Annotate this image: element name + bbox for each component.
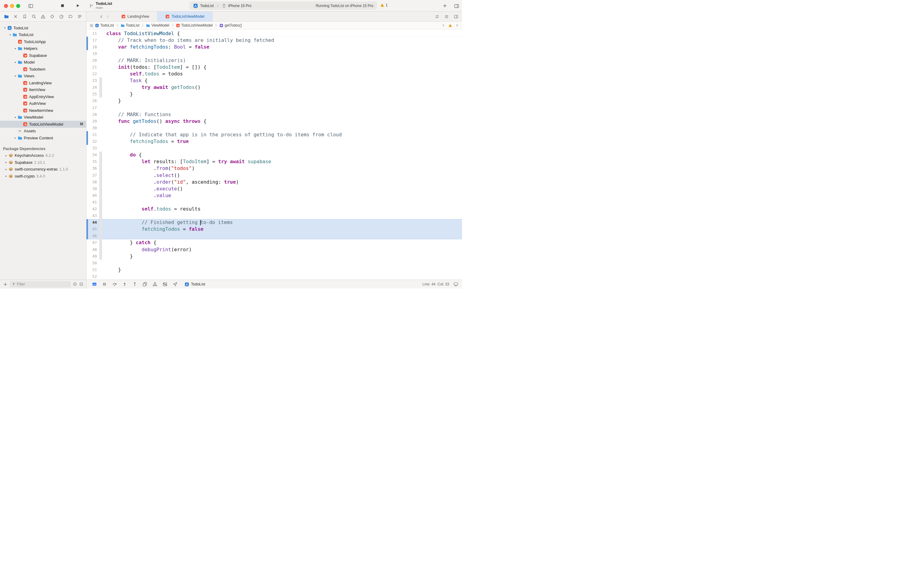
line-number[interactable]: 23 (87, 78, 99, 83)
code-line[interactable]: 26 } (87, 97, 462, 104)
breakpoints-navigator-button[interactable] (67, 13, 74, 20)
code-line[interactable]: 19 (87, 50, 462, 57)
disclosure-triangle[interactable]: ▾ (8, 33, 13, 36)
toggle-debug-area-button[interactable] (92, 282, 97, 287)
sidebar-item-todolistapp[interactable]: TodoListApp (0, 38, 86, 45)
line-number[interactable]: 18 (87, 45, 99, 49)
code-line[interactable]: 48 debugPrint(error) (87, 246, 462, 253)
code-line[interactable]: 46 (87, 232, 462, 239)
code-line[interactable]: 43 (87, 213, 462, 219)
split-editor-button[interactable] (454, 15, 458, 19)
line-number[interactable]: 34 (87, 153, 99, 157)
line-number[interactable]: 28 (87, 112, 99, 117)
line-number[interactable]: 41 (87, 200, 99, 205)
related-editors-button[interactable] (435, 15, 439, 19)
tests-navigator-button[interactable] (48, 13, 56, 20)
tab-todolistviewmodel[interactable]: TodoListViewModel (157, 11, 212, 21)
sidebar-item-todolistviewmodel[interactable]: TodoListViewModelM (0, 121, 86, 128)
jumpbar-item-gettodos[interactable]: MgetTodos() (219, 23, 242, 27)
sidebar-item-helpers[interactable]: ▾Helpers (0, 45, 86, 52)
view-debugger-button[interactable] (142, 282, 147, 287)
line-number[interactable]: 44 (87, 220, 99, 225)
line-number[interactable]: 25 (87, 92, 99, 96)
code-line[interactable]: 47 } catch { (87, 239, 462, 246)
line-number[interactable]: 49 (87, 254, 99, 259)
code-line[interactable]: 45 fetchingTodos = false (87, 226, 462, 232)
sidebar-item-assets[interactable]: Assets (0, 128, 86, 135)
code-line[interactable]: 34 do { (87, 152, 462, 158)
line-number[interactable]: 27 (87, 105, 99, 110)
tab-landingview[interactable]: LandingView (113, 11, 157, 21)
sidebar-item-views[interactable]: ▾Views (0, 73, 86, 80)
source-editor[interactable]: 11class TodoListViewModel {17 // Track w… (87, 29, 462, 280)
code-line[interactable]: 31 // Indicate that app is in the proces… (87, 131, 462, 138)
environment-overrides-button[interactable] (163, 282, 167, 287)
jumpbar-item-todolist[interactable]: TodoList (121, 23, 140, 27)
code-line[interactable]: 24 try await getTodos() (87, 84, 462, 91)
line-number[interactable]: 19 (87, 52, 99, 56)
related-items-button[interactable] (90, 24, 93, 27)
code-line[interactable]: 32 fetchingTodos = true (87, 138, 462, 145)
line-number[interactable]: 33 (87, 146, 99, 150)
code-line[interactable]: 52 (87, 273, 462, 280)
close-button[interactable] (4, 4, 8, 8)
line-number[interactable]: 29 (87, 119, 99, 124)
add-item-button[interactable] (3, 282, 8, 287)
code-line[interactable]: 39 .execute() (87, 185, 462, 192)
package-item-swift-concurrency-extras[interactable]: ▸swift-concurrency-extras1.1.0 (0, 166, 86, 173)
filter-input[interactable] (17, 282, 68, 286)
scm-status-filter-button[interactable] (79, 282, 84, 286)
line-number[interactable]: 32 (87, 139, 99, 143)
issue-warning-button[interactable] (448, 24, 452, 27)
code-line[interactable]: 37 .select() (87, 172, 462, 179)
toggle-right-sidebar-button[interactable] (454, 3, 459, 8)
package-item-supabase[interactable]: ▸Supabase2.10.1 (0, 159, 86, 166)
line-number[interactable]: 46 (87, 234, 99, 238)
activity-viewer[interactable]: TodoList iPhone 15 Pro Running TodoList … (190, 2, 377, 10)
process-chip[interactable]: TodoList (185, 282, 205, 287)
code-line[interactable]: 36 .from("todos") (87, 165, 462, 172)
sidebar-item-authview[interactable]: AuthView (0, 100, 86, 107)
sidebar-item-itemview[interactable]: ItemView (0, 87, 86, 93)
line-number[interactable]: 52 (87, 274, 99, 279)
jumpbar-item-todolistviewmodel[interactable]: TodoListViewModel (176, 23, 212, 27)
line-number[interactable]: 48 (87, 247, 99, 252)
go-back-button[interactable] (99, 15, 103, 19)
line-number[interactable]: 43 (87, 213, 99, 218)
code-line[interactable]: 49 } (87, 253, 462, 259)
next-issue-button[interactable] (455, 24, 459, 27)
code-line[interactable]: 33 (87, 145, 462, 152)
go-forward-button[interactable] (106, 15, 110, 19)
package-item-swift-crypto[interactable]: ▸swift-crypto3.4.0 (0, 172, 86, 180)
sidebar-item-todolist[interactable]: ▾TodoList (0, 31, 86, 39)
code-line[interactable]: 17 // Track when to-do items are initial… (87, 37, 462, 44)
line-number[interactable]: 31 (87, 132, 99, 137)
minimize-button[interactable] (10, 4, 14, 8)
reports-navigator-button[interactable] (76, 13, 84, 20)
code-line[interactable]: 11class TodoListViewModel { (87, 30, 462, 37)
disclosure-triangle[interactable]: ▸ (4, 154, 8, 157)
sidebar-item-landingview[interactable]: LandingView (0, 79, 86, 87)
line-number[interactable]: 11 (87, 31, 99, 36)
disclosure-triangle[interactable]: ▾ (13, 47, 18, 50)
run-button[interactable] (76, 3, 80, 8)
filter-field[interactable] (10, 282, 71, 287)
disclosure-triangle[interactable]: ▸ (4, 174, 8, 177)
code-line[interactable]: 22 self.todos = todos (87, 71, 462, 77)
code-line[interactable]: 35 let results: [TodoItem] = try await s… (87, 158, 462, 165)
line-number[interactable]: 36 (87, 166, 99, 171)
code-line[interactable]: 30 (87, 124, 462, 131)
sidebar-item-supabase[interactable]: Supabase (0, 52, 86, 59)
line-number[interactable]: 50 (87, 261, 99, 265)
line-number[interactable]: 35 (87, 159, 99, 164)
code-line[interactable]: 44 // Finished getting to-do items (87, 219, 462, 226)
step-out-button[interactable] (132, 282, 137, 287)
code-line[interactable]: 51 } (87, 266, 462, 273)
line-number[interactable]: 26 (87, 98, 99, 103)
project-navigator-button[interactable] (3, 13, 10, 20)
code-line[interactable]: 41 (87, 199, 462, 205)
line-number[interactable]: 24 (87, 85, 99, 90)
sidebar-item-viewmodel[interactable]: ▾ViewModel (0, 114, 86, 121)
line-number[interactable]: 40 (87, 193, 99, 198)
sidebar-item-preview-content[interactable]: ▸Preview Content (0, 134, 86, 142)
